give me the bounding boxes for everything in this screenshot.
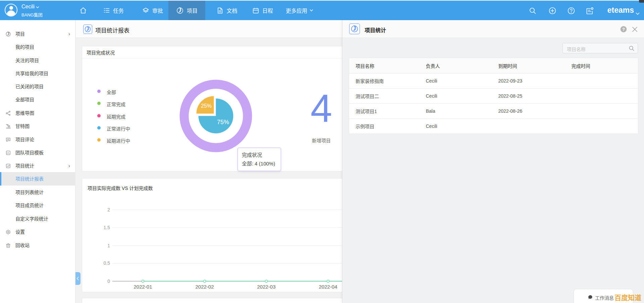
svg-text:25%: 25% <box>201 103 212 109</box>
svg-text:?: ? <box>622 27 625 32</box>
svg-text:75%: 75% <box>217 119 229 125</box>
